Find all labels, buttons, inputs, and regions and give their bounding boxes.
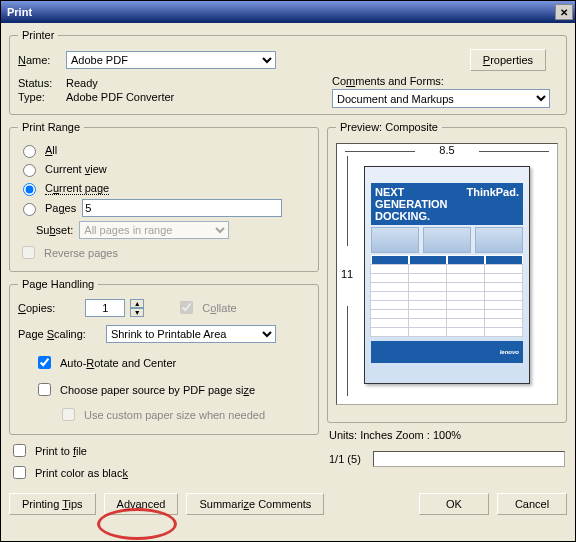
spin-down-icon[interactable]: ▼: [130, 308, 144, 317]
brand-tr: ThinkPad.: [466, 186, 519, 222]
preview-legend: Preview: Composite: [336, 121, 442, 133]
page-counter: 1/1 (5): [329, 453, 361, 465]
preview-canvas: 8.5 11 NEXT GENERATION DOCKING.ThinkPad.: [336, 143, 558, 405]
comments-label: Comments and Forms:: [332, 75, 558, 87]
radio-current-page[interactable]: [23, 183, 36, 196]
radio-pages-label: Pages: [45, 202, 76, 214]
print-black-label: Print color as black: [35, 467, 128, 479]
preview-group: Preview: Composite 8.5 11 NEXT GENERATIO…: [327, 121, 567, 423]
preview-page: NEXT GENERATION DOCKING.ThinkPad.: [364, 166, 530, 384]
type-value: Adobe PDF Converter: [66, 91, 174, 103]
auto-rotate-label: Auto-Rotate and Center: [60, 357, 176, 369]
titlebar: Print ✕: [1, 1, 575, 23]
radio-current-page-label: Current page: [45, 182, 109, 195]
scaling-label: Page Scaling:: [18, 328, 86, 340]
print-to-file-check[interactable]: [13, 444, 26, 457]
reverse-label: Reverse pages: [44, 247, 118, 259]
spin-up-icon[interactable]: ▲: [130, 299, 144, 308]
properties-button[interactable]: Properties: [470, 49, 546, 71]
comments-select[interactable]: Document and Markups: [332, 89, 550, 108]
units-label: Units: Inches Zoom : 100%: [329, 429, 565, 441]
radio-current-view-label: Current view: [45, 163, 107, 175]
subset-label: Subset:: [36, 224, 73, 236]
collate-check[interactable]: [180, 301, 193, 314]
page-slider[interactable]: [373, 451, 565, 467]
radio-pages[interactable]: [23, 203, 36, 216]
scaling-select[interactable]: Shrink to Printable Area: [106, 325, 276, 343]
print-to-file-label: Print to file: [35, 445, 87, 457]
cancel-button[interactable]: Cancel: [497, 493, 567, 515]
reverse-check[interactable]: [22, 246, 35, 259]
dim-height: 11: [341, 268, 353, 280]
range-legend: Print Range: [18, 121, 84, 133]
summarize-button[interactable]: Summarize Comments: [186, 493, 324, 515]
window-title: Print: [7, 6, 555, 18]
page-handling-group: Page Handling Copies: ▲▼ Collate Page Sc…: [9, 278, 319, 435]
handling-legend: Page Handling: [18, 278, 98, 290]
printer-legend: Printer: [18, 29, 58, 41]
radio-all[interactable]: [23, 145, 36, 158]
status-label: Status:: [18, 77, 60, 89]
print-black-check[interactable]: [13, 466, 26, 479]
subset-select[interactable]: All pages in range: [79, 221, 229, 239]
custom-paper-check[interactable]: [62, 408, 75, 421]
collate-label: Collate: [202, 302, 236, 314]
advanced-button[interactable]: Advanced: [104, 493, 179, 515]
choose-source-label: Choose paper source by PDF page size: [60, 384, 255, 396]
doc-title: NEXT GENERATION DOCKING.: [375, 186, 466, 222]
printer-name-select[interactable]: Adobe PDF: [66, 51, 276, 69]
close-icon[interactable]: ✕: [555, 4, 573, 20]
radio-all-label: All: [45, 144, 57, 156]
pages-input[interactable]: [82, 199, 282, 217]
name-label: Name:: [18, 54, 60, 66]
copies-input[interactable]: [85, 299, 125, 317]
radio-current-view[interactable]: [23, 164, 36, 177]
copies-spinner[interactable]: ▲▼: [130, 299, 144, 317]
copies-label: Copies:: [18, 302, 55, 314]
printer-group: Printer Name: Adobe PDF Properties Statu…: [9, 29, 567, 115]
print-dialog: Print ✕ Printer Name: Adobe PDF Properti…: [0, 0, 576, 542]
status-value: Ready: [66, 77, 98, 89]
printing-tips-button[interactable]: Printing Tips: [9, 493, 96, 515]
auto-rotate-check[interactable]: [38, 356, 51, 369]
type-label: Type:: [18, 91, 60, 103]
print-range-group: Print Range All Current view Current pag…: [9, 121, 319, 272]
brand-br: lenovo: [500, 349, 519, 355]
dim-width: 8.5: [337, 144, 557, 156]
choose-source-check[interactable]: [38, 383, 51, 396]
ok-button[interactable]: OK: [419, 493, 489, 515]
custom-paper-label: Use custom paper size when needed: [84, 409, 265, 421]
